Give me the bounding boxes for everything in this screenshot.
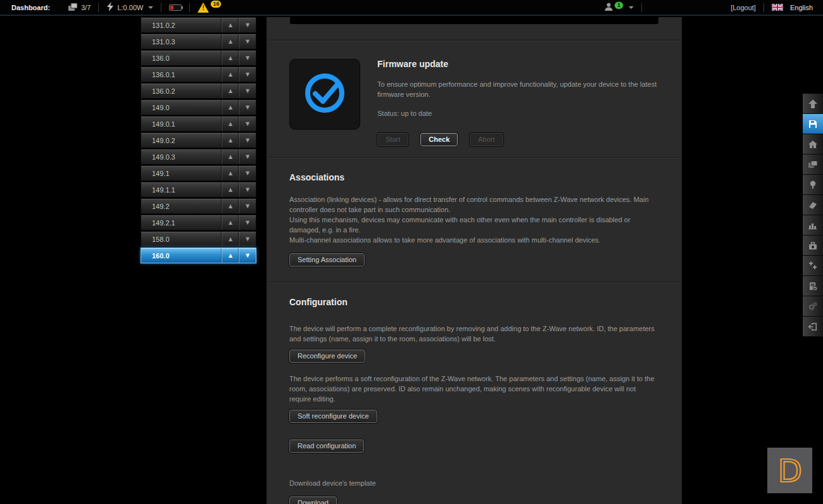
dashboard-label: Dashboard: — [11, 4, 50, 11]
right-toolbar — [803, 94, 823, 337]
move-down-button[interactable]: ▼ — [239, 199, 256, 213]
version-list-item[interactable]: 158.0 ▲ ▼ — [141, 231, 256, 247]
move-down-button[interactable]: ▼ — [239, 182, 256, 197]
version-list-item[interactable]: 149.0.1 ▲ ▼ — [141, 116, 256, 132]
move-down-button[interactable]: ▼ — [239, 232, 256, 246]
version-list-item[interactable]: 136.0.1 ▲ ▼ — [141, 66, 256, 82]
reconfigure-device-button[interactable]: Reconfigure device — [289, 350, 365, 363]
version-label: 149.0.2 — [141, 137, 222, 144]
firmware-title: Firmware update — [377, 59, 663, 69]
move-up-button[interactable]: ▲ — [222, 67, 239, 82]
move-up-button[interactable]: ▲ — [222, 149, 239, 164]
version-list: 131.0.2 ▲ ▼ 131.0.3 ▲ ▼ 136.0 ▲ ▼ 136.0.… — [141, 17, 256, 264]
associations-paragraph: Multi-channel associations allows to tak… — [289, 235, 658, 245]
version-list-item[interactable]: 149.1.1 ▲ ▼ — [141, 182, 256, 198]
configuration-title: Configuration — [289, 297, 658, 307]
move-up-button[interactable]: ▲ — [222, 133, 239, 148]
check-button[interactable]: Check — [420, 133, 458, 146]
move-up-button[interactable]: ▲ — [222, 51, 239, 65]
move-down-button[interactable]: ▼ — [239, 149, 256, 164]
move-down-button[interactable]: ▼ — [239, 117, 256, 131]
devices-count: 3/7 — [81, 4, 91, 11]
move-up-button[interactable]: ▲ — [222, 215, 239, 230]
move-down-button[interactable]: ▼ — [239, 100, 256, 115]
power-dropdown[interactable]: L:0.00W — [106, 2, 153, 13]
version-label: 136.0.2 — [141, 87, 222, 95]
home-icon[interactable] — [803, 134, 823, 154]
devices-case-icon[interactable] — [803, 236, 823, 256]
plugins-icon[interactable] — [803, 256, 823, 276]
move-down-button[interactable]: ▼ — [239, 18, 256, 32]
move-up-button[interactable]: ▲ — [222, 18, 239, 32]
move-down-button[interactable]: ▼ — [239, 51, 256, 65]
user-count-badge: 1 — [614, 1, 624, 9]
move-down-button[interactable]: ▼ — [239, 84, 256, 98]
version-label: 131.0.3 — [141, 38, 222, 46]
warning-icon: ! — [198, 3, 209, 13]
abort-button[interactable]: Abort — [470, 133, 503, 146]
version-list-item[interactable]: 149.0.3 ▲ ▼ — [141, 149, 256, 165]
move-up-button[interactable]: ▲ — [222, 182, 239, 197]
devices-status[interactable]: 3/7 — [68, 3, 91, 13]
move-down-button[interactable]: ▼ — [239, 248, 256, 263]
move-up-button[interactable]: ▲ — [222, 34, 239, 49]
move-up-button[interactable]: ▲ — [222, 84, 239, 98]
associations-section: Associations Association (linking device… — [289, 172, 658, 267]
map-pin-icon[interactable] — [803, 175, 823, 195]
version-list-item[interactable]: 149.2.1 ▲ ▼ — [141, 215, 256, 230]
divider — [161, 3, 161, 12]
alerts-indicator[interactable]: ! 16 — [198, 3, 222, 13]
user-menu[interactable]: 1 — [604, 2, 634, 13]
setting-association-button[interactable]: Setting Association — [289, 253, 365, 267]
gears-icon[interactable] — [803, 296, 823, 317]
reconfigure-description: The device will perform a complete recon… — [289, 324, 658, 344]
version-list-item[interactable]: 131.0.3 ▲ ▼ — [141, 34, 256, 49]
logout-link[interactable]: [Logout] — [731, 4, 756, 11]
move-up-button[interactable]: ▲ — [222, 166, 239, 180]
version-list-item[interactable]: 131.0.2 ▲ ▼ — [141, 17, 256, 33]
soft-reconfigure-device-button[interactable]: Soft reconfigure device — [289, 410, 377, 423]
version-list-item[interactable]: 149.0 ▲ ▼ — [141, 99, 256, 115]
version-list-item[interactable]: 149.0.2 ▲ ▼ — [141, 132, 256, 148]
download-button[interactable]: Download — [289, 496, 337, 504]
move-down-button[interactable]: ▼ — [239, 166, 256, 180]
move-up-button[interactable]: ▲ — [222, 248, 239, 263]
version-list-item[interactable]: 136.0 ▲ ▼ — [141, 50, 256, 66]
move-down-button[interactable]: ▼ — [239, 34, 256, 49]
version-label: 149.0.1 — [141, 120, 222, 128]
rooms-icon[interactable] — [803, 195, 823, 215]
arrow-up-icon[interactable] — [803, 94, 823, 114]
version-label: 149.2.1 — [141, 219, 222, 227]
start-button[interactable]: Start — [377, 133, 408, 146]
save-icon[interactable] — [803, 114, 823, 134]
power-bolt-icon — [106, 2, 114, 13]
read-configuration-button[interactable]: Read configuration — [289, 439, 364, 453]
exit-icon[interactable] — [803, 317, 823, 337]
language-selector[interactable]: English — [772, 4, 813, 11]
battery-icon[interactable] — [169, 4, 182, 11]
configuration-section: Configuration The device will perform a … — [289, 297, 658, 504]
version-label: 131.0.2 — [141, 22, 222, 29]
chart-icon[interactable] — [803, 215, 823, 236]
user-icon — [604, 2, 613, 13]
version-list-item[interactable]: 149.2 ▲ ▼ — [141, 198, 256, 214]
divider — [98, 3, 99, 12]
move-down-button[interactable]: ▼ — [239, 133, 256, 148]
move-up-button[interactable]: ▲ — [222, 100, 239, 115]
version-list-item[interactable]: 160.0 ▲ ▼ — [141, 248, 256, 263]
backup-check-icon[interactable] — [803, 276, 823, 296]
chevron-down-icon — [148, 6, 153, 9]
move-down-button[interactable]: ▼ — [239, 67, 256, 82]
power-label: L:0.00W — [117, 4, 143, 11]
scenes-icon[interactable] — [803, 154, 823, 175]
version-list-item[interactable]: 149.1 ▲ ▼ — [141, 165, 256, 181]
version-list-item[interactable]: 136.0.2 ▲ ▼ — [141, 83, 256, 99]
move-up-button[interactable]: ▲ — [222, 199, 239, 213]
move-up-button[interactable]: ▲ — [222, 232, 239, 246]
truncated-input[interactable] — [290, 17, 658, 24]
move-up-button[interactable]: ▲ — [222, 117, 239, 131]
version-label: 136.0 — [141, 54, 222, 62]
alerts-count-badge: 16 — [210, 0, 222, 8]
move-down-button[interactable]: ▼ — [239, 215, 256, 230]
section-divider — [267, 282, 682, 283]
